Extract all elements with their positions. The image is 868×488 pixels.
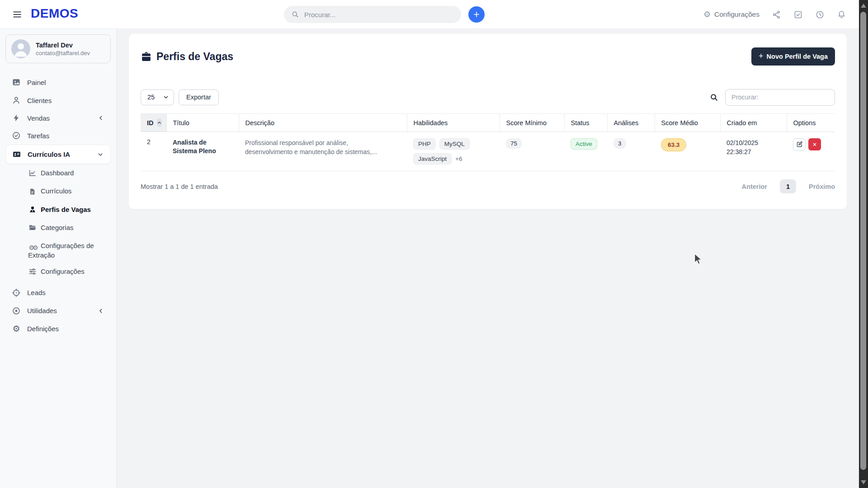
id-card-icon-svg xyxy=(12,150,21,159)
briefcase-icon xyxy=(141,51,152,62)
column-header-options[interactable]: Options xyxy=(787,114,835,132)
sidebar-subitem-curriculos[interactable]: Currículos xyxy=(5,183,111,201)
scrollbar-thumb[interactable] xyxy=(860,12,866,470)
quick-add-button[interactable] xyxy=(468,6,485,23)
sidebar-subitem-label: Categorias xyxy=(41,224,74,231)
scrollbar-down-arrow[interactable] xyxy=(861,480,866,484)
column-header-criado-em[interactable]: Criado em xyxy=(720,114,787,132)
edit-button[interactable] xyxy=(793,138,806,150)
column-header-descricao[interactable]: Descrição xyxy=(239,114,407,132)
hamburger-menu-button[interactable] xyxy=(9,6,25,23)
bell-icon xyxy=(837,10,846,19)
share-icon xyxy=(772,10,781,19)
perfis-de-vagas-card: Perfis de Vagas + Novo Perfil de Vaga 25… xyxy=(129,34,847,209)
novo-perfil-de-vaga-button[interactable]: + Novo Perfil de Vaga xyxy=(751,47,835,66)
sidebar-subitem-dashboard[interactable]: Dashboard xyxy=(5,165,111,183)
next-page-button[interactable]: Próximo xyxy=(809,183,835,190)
search-icon xyxy=(291,10,299,19)
sidebar-item-vendas[interactable]: Vendas xyxy=(5,109,111,127)
score-medio-badge: 63.3 xyxy=(661,138,686,151)
plus-icon xyxy=(472,10,481,19)
column-header-status[interactable]: Status xyxy=(564,114,607,132)
column-header-score-medio[interactable]: Score Médio xyxy=(655,114,720,132)
crosshair-icon xyxy=(12,288,21,297)
sidebar-item-utilidades[interactable]: Utilidades xyxy=(5,302,111,320)
cell-criado-em: 02/10/2025 22:38:27 xyxy=(726,138,772,157)
sidebar-subitem-categorias[interactable]: Categorias xyxy=(5,220,111,238)
sidebar-item-leads[interactable]: Leads xyxy=(5,284,111,302)
column-header-titulo[interactable]: Título xyxy=(166,114,239,132)
page-title: Perfis de Vagas xyxy=(141,51,233,63)
sidebar-subitem-perfis-de-vagas[interactable]: Perfis de Vagas xyxy=(5,202,111,220)
card-header: Perfis de Vagas + Novo Perfil de Vaga xyxy=(141,49,835,64)
settings-label: Configurações xyxy=(714,10,760,19)
sidebar-subitem-configuracoes-de-extracao[interactable]: ⚙⚙Configurações de Extração xyxy=(5,238,111,263)
sidebar-item-label: Vendas xyxy=(27,114,91,122)
sidebar-item-label: Utilidades xyxy=(27,307,91,314)
chevron-down-icon xyxy=(97,151,104,158)
table-search-input[interactable] xyxy=(725,89,835,106)
column-header-habilidades[interactable]: Habilidades xyxy=(407,114,500,132)
header-actions: ⚙ Configurações xyxy=(703,0,846,29)
page-scrollbar[interactable] xyxy=(859,0,868,488)
column-header-analises[interactable]: Análises xyxy=(607,114,655,132)
image-icon-svg xyxy=(12,78,21,87)
check-circle-icon-svg xyxy=(12,131,21,140)
avatar xyxy=(11,39,30,58)
left-controls: 25 Exportar xyxy=(141,89,219,105)
skill-badge: JavaScript xyxy=(413,153,452,164)
cell-descricao: Profissional responsável por análise, de… xyxy=(245,138,395,157)
history-button[interactable] xyxy=(815,10,825,19)
previous-page-button[interactable]: Anterior xyxy=(742,183,767,190)
scrollbar-up-arrow[interactable] xyxy=(861,4,866,8)
page-size-select[interactable]: 25 xyxy=(141,89,174,105)
dot-circle-icon xyxy=(12,306,21,315)
column-label: ID xyxy=(147,119,154,127)
export-button[interactable]: Exportar xyxy=(179,89,219,105)
brand-logo: DEMOS xyxy=(31,6,78,21)
row-options: ✕ xyxy=(793,138,829,150)
main-content: Perfis de Vagas + Novo Perfil de Vaga 25… xyxy=(117,29,859,488)
sidebar-subitem-label: Currículos xyxy=(41,187,71,195)
global-search-input[interactable] xyxy=(304,11,454,19)
header-settings[interactable]: ⚙ Configurações xyxy=(703,10,760,19)
sidebar-nav: Painel Clientes Vendas xyxy=(5,73,111,338)
sidebar: Taffarel Dev contato@taffarel.dev Painel… xyxy=(0,29,117,488)
right-controls xyxy=(709,89,835,106)
user-icon-svg xyxy=(12,96,21,105)
person-icon xyxy=(11,39,30,58)
check-circle-icon xyxy=(12,131,21,140)
analises-pill: 3 xyxy=(613,138,626,149)
edit-icon xyxy=(796,141,803,148)
column-header-score-minimo[interactable]: Score Mínimo xyxy=(500,114,564,132)
sidebar-item-definicoes[interactable]: ⚙ Definições xyxy=(5,320,111,338)
entries-info: Mostrar 1 a 1 de 1 entrada xyxy=(141,183,218,190)
sidebar-subitem-label: Dashboard xyxy=(41,169,74,177)
score-minimo-pill: 75 xyxy=(506,138,522,149)
share-button[interactable] xyxy=(772,10,781,19)
sidebar-item-clientes[interactable]: Clientes xyxy=(5,91,111,109)
user-tie-icon xyxy=(28,206,37,216)
sidebar-item-label: Clientes xyxy=(27,97,104,104)
sidebar-subitem-configuracoes[interactable]: Configurações xyxy=(5,263,111,282)
sidebar-item-painel[interactable]: Painel xyxy=(5,73,111,91)
curriculos-ia-submenu: Dashboard Currículos Perfis de Vagas Cat… xyxy=(5,164,111,284)
chevron-left-icon xyxy=(97,114,104,122)
sidebar-item-tarefas[interactable]: Tarefas xyxy=(5,127,111,145)
tasks-button[interactable] xyxy=(793,10,803,19)
status-badge: Active xyxy=(571,138,597,150)
table-row: 2 Analista de Sistema Pleno Profissional… xyxy=(141,132,835,171)
plus-icon: + xyxy=(759,52,764,61)
chevron-left-icon xyxy=(97,307,104,314)
page-title-text: Perfis de Vagas xyxy=(156,51,233,63)
sidebar-item-curriculos-ia[interactable]: Currículos IA xyxy=(5,145,111,164)
sidebar-item-label: Tarefas xyxy=(27,132,104,140)
user-card[interactable]: Taffarel Dev contato@taffarel.dev xyxy=(5,34,111,63)
delete-button[interactable]: ✕ xyxy=(808,138,821,150)
column-header-id[interactable]: ID xyxy=(141,114,166,132)
notifications-button[interactable] xyxy=(837,10,846,19)
page-number-button[interactable]: 1 xyxy=(780,179,796,193)
bolt-icon xyxy=(12,114,21,122)
skill-badge: PHP xyxy=(413,138,436,150)
sidebar-subitem-label: Perfis de Vagas xyxy=(41,206,91,213)
